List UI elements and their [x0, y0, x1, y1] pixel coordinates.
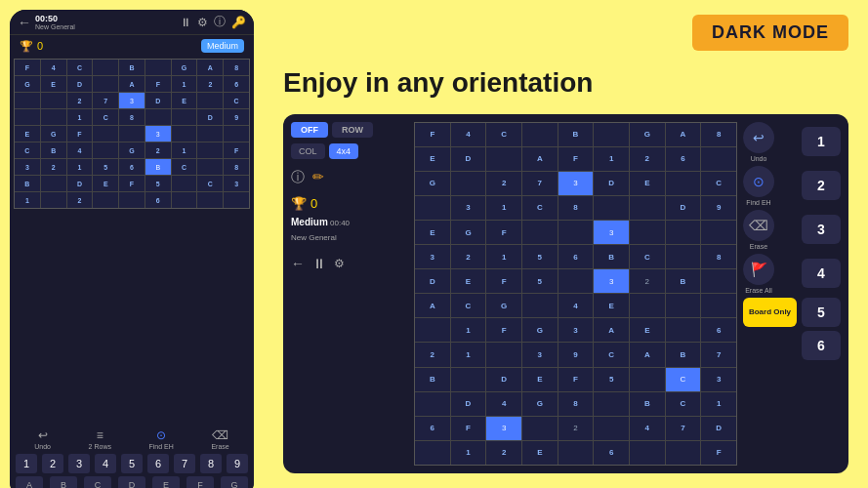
table-row: G [15, 76, 40, 92]
side-num-btn-4[interactable]: 4 [802, 259, 841, 288]
table-row: 1 [451, 318, 486, 342]
table-row: 4 [630, 417, 665, 440]
nav-back-button[interactable]: ← [291, 256, 305, 271]
erase-all-circle-icon: 🚩 [743, 254, 774, 285]
table-row: D [666, 196, 701, 220]
pencil-icon[interactable]: ✏ [312, 169, 324, 186]
table-row [197, 126, 223, 142]
info-circle-icon[interactable]: ⓘ [291, 169, 305, 186]
letter-btn-e[interactable]: E [152, 476, 180, 488]
erase-label: Erase [211, 443, 228, 450]
table-row [41, 93, 66, 108]
rows-label: 2 Rows [89, 443, 111, 450]
rows-button[interactable]: ≡ 2 Rows [89, 428, 111, 450]
find-eh-side-button[interactable]: ⊙ Find EH [743, 166, 774, 206]
letter-btn-c[interactable]: C [84, 476, 111, 488]
letter-btn-f[interactable]: F [186, 476, 214, 488]
find-eh-button[interactable]: ⊙ Find EH [149, 428, 174, 450]
table-row [630, 368, 665, 391]
table-row: 3 [145, 126, 171, 142]
settings-icon[interactable]: ⚙ [197, 16, 208, 29]
undo-side-button[interactable]: ↩ Undo [743, 122, 774, 162]
table-row [701, 147, 736, 171]
erase-side-button[interactable]: ⌫ Erase [743, 210, 774, 250]
nav-settings-button[interactable]: ⚙ [334, 257, 345, 270]
letter-btn-a[interactable]: A [16, 476, 43, 488]
num-btn-8[interactable]: 8 [200, 454, 222, 473]
table-row [415, 441, 450, 465]
table-row [522, 123, 558, 146]
toggle-row-button[interactable]: ROW [332, 122, 373, 138]
trophy-row-big: 🏆 0 [291, 196, 408, 211]
toggle-4x4-label[interactable]: 4x4 [329, 143, 359, 159]
pause-icon[interactable]: ⏸ [180, 16, 191, 29]
table-row: B [594, 245, 629, 268]
board-only-button[interactable]: Board Only [743, 298, 797, 327]
erase-button[interactable]: ⌫ Erase [211, 428, 228, 450]
small-sudoku-grid: F 4 C B G A 8 G E D A F 1 2 6 2 7 3 D [14, 59, 250, 209]
table-row: 3 [594, 269, 629, 293]
side-num-btn-6[interactable]: 6 [802, 331, 841, 360]
table-row: D [594, 172, 629, 195]
table-row: D [67, 176, 93, 191]
erase-side-label: Erase [750, 243, 767, 250]
table-row: 2 [67, 93, 93, 108]
num-btn-7[interactable]: 7 [174, 454, 195, 473]
toggle-off-button[interactable]: OFF [291, 122, 328, 138]
table-row: 4 [558, 294, 594, 317]
table-row: F [15, 60, 40, 75]
table-row: F [451, 417, 486, 440]
num-btn-6[interactable]: 6 [147, 454, 169, 473]
table-row [172, 126, 197, 142]
enjoy-heading: Enjoy in any orientation [283, 66, 848, 100]
table-row: 7 [666, 417, 701, 440]
num-btn-9[interactable]: 9 [227, 454, 248, 473]
table-row: 8 [701, 123, 736, 146]
table-row: E [15, 126, 40, 142]
table-row: C [594, 343, 629, 366]
big-difficulty: Medium [291, 217, 328, 227]
table-row [119, 192, 145, 208]
letter-btn-b[interactable]: B [50, 476, 77, 488]
table-row: F [119, 176, 145, 191]
side-num-btn-3[interactable]: 3 [802, 215, 841, 244]
table-row: F [701, 441, 736, 465]
table-row: 3 [224, 176, 249, 191]
table-row: 8 [119, 109, 145, 125]
key-icon[interactable]: 🔑 [231, 16, 246, 29]
undo-button[interactable]: ↩ Undo [34, 428, 51, 450]
nav-pause-button[interactable]: ⏸ [312, 256, 326, 271]
erase-all-side-button[interactable]: 🚩 Erase All [743, 254, 774, 294]
num-btn-1[interactable]: 1 [16, 454, 37, 473]
dark-mode-banner: DARK MODE [692, 15, 848, 51]
table-row: C [630, 245, 665, 268]
side-num-btn-2[interactable]: 2 [802, 171, 841, 200]
info-icon[interactable]: ⓘ [214, 14, 226, 30]
num-btn-2[interactable]: 2 [42, 454, 63, 473]
table-row [15, 93, 40, 108]
letter-btn-g[interactable]: G [221, 476, 248, 488]
back-arrow-icon[interactable]: ← [18, 15, 31, 30]
table-row: F [415, 123, 450, 146]
table-row: 1 [451, 441, 486, 465]
table-row: 2 [197, 76, 223, 92]
undo-icon: ↩ [38, 428, 48, 442]
num-btn-4[interactable]: 4 [95, 454, 116, 473]
table-row: 3 [558, 318, 594, 342]
table-row [93, 76, 118, 92]
big-game-name: New General [291, 233, 408, 242]
table-row: 2 [486, 441, 521, 465]
num-btn-3[interactable]: 3 [68, 454, 90, 473]
table-row: F [558, 368, 594, 391]
dark-mode-text: DARK MODE [712, 22, 829, 42]
table-row: C [451, 294, 486, 317]
table-row: 6 [119, 159, 145, 175]
letter-btn-d[interactable]: D [118, 476, 145, 488]
table-row [522, 417, 558, 440]
undo-row: ↩ Undo 1 [743, 122, 841, 162]
side-num-btn-1[interactable]: 1 [802, 127, 841, 156]
table-row: 1 [172, 142, 197, 158]
num-btn-5[interactable]: 5 [121, 454, 143, 473]
side-num-btn-5[interactable]: 5 [802, 298, 841, 327]
table-row: C [666, 392, 701, 416]
